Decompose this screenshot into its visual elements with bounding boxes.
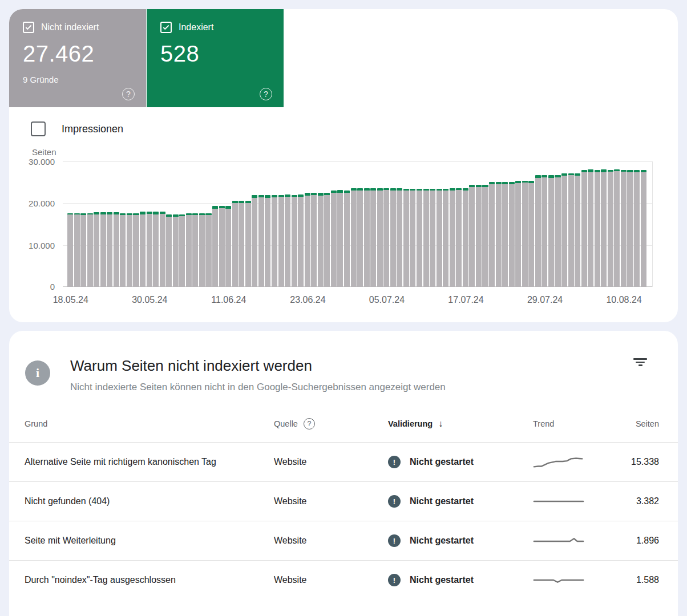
cell-quelle: Website <box>274 496 388 506</box>
chart-bar <box>469 185 475 287</box>
column-header-seiten[interactable]: Seiten <box>621 419 659 428</box>
chart-bar <box>383 188 389 287</box>
stat-label: Nicht indexiert <box>41 22 99 33</box>
cell-grund: Nicht gefunden (404) <box>25 482 274 521</box>
cell-validierung: !Nicht gestartet <box>388 495 524 508</box>
chart-bar <box>621 170 627 287</box>
cell-seiten-count: 1.588 <box>621 575 659 585</box>
chart-bar <box>390 188 396 287</box>
chart-bar <box>258 195 264 287</box>
chart-bar <box>147 212 152 287</box>
stat-value: 27.462 <box>23 41 132 67</box>
chart-bar <box>225 206 231 287</box>
chart-bar <box>120 213 126 287</box>
cell-trend-sparkline <box>524 572 621 588</box>
chart-bar <box>509 182 515 287</box>
chart-bar <box>364 188 370 287</box>
x-tick-label: 05.07.24 <box>369 295 405 305</box>
sparkline-icon <box>533 533 584 549</box>
cell-grund: Alternative Seite mit richtigem kanonisc… <box>25 443 274 481</box>
chart-bar <box>173 214 179 287</box>
table-row[interactable]: Durch "noindex"-Tag ausgeschlossenWebsit… <box>9 560 678 599</box>
sparkline-icon <box>533 572 584 588</box>
chart-bar <box>476 185 482 287</box>
stat-card-indexed[interactable]: Indexiert 528 ? <box>147 9 284 107</box>
x-tick-label: 11.06.24 <box>211 295 246 305</box>
column-header-grund[interactable]: Grund <box>25 419 274 428</box>
chart-bar <box>331 191 337 287</box>
chart-bar <box>528 181 534 287</box>
exclamation-badge-icon: ! <box>388 456 401 468</box>
chart-bar <box>140 212 146 287</box>
chart-bar <box>515 181 521 287</box>
help-icon[interactable]: ? <box>122 88 135 100</box>
chart-bar <box>219 206 225 287</box>
stat-card-not-indexed[interactable]: Nicht indexiert 27.462 9 Gründe ? <box>9 9 146 107</box>
chart-bar <box>522 181 528 287</box>
x-tick-label: 10.08.24 <box>606 295 641 305</box>
chart-bar <box>450 188 455 287</box>
chart-bar <box>595 170 600 287</box>
chart-bar <box>641 170 646 287</box>
chart-bar <box>614 169 620 287</box>
chart-bar <box>430 189 435 287</box>
chart-bar <box>192 213 198 287</box>
chart-bar <box>403 189 409 287</box>
cell-quelle: Website <box>274 457 388 467</box>
chart-bar <box>482 185 488 287</box>
chart-bar <box>555 175 560 287</box>
chart-bar <box>179 214 185 287</box>
chart-bar <box>285 194 290 287</box>
chart-bar <box>634 170 640 287</box>
filter-icon[interactable] <box>632 355 648 368</box>
exclamation-badge-icon: ! <box>388 534 401 547</box>
chart-bar <box>160 212 165 287</box>
chart-bar <box>337 190 343 287</box>
x-tick-label: 18.05.24 <box>53 295 88 305</box>
help-icon[interactable]: ? <box>260 88 272 100</box>
chart-bar <box>318 193 324 287</box>
chart-bar <box>232 201 238 287</box>
cell-grund: Seite mit Weiterleitung <box>25 521 274 560</box>
cell-seiten-count: 15.338 <box>621 457 659 467</box>
chart-bar <box>496 182 502 287</box>
chart-bar <box>80 213 86 287</box>
stacked-bars <box>67 161 646 287</box>
x-tick-label: 23.06.24 <box>290 295 325 305</box>
chart-bar <box>561 173 567 287</box>
sparkline-icon <box>533 493 584 509</box>
index-status-card: Nicht indexiert 27.462 9 Gründe ? Indexi… <box>9 9 678 322</box>
chart-bar <box>608 170 613 287</box>
y-tick-0: 0 <box>50 282 55 291</box>
info-icon: i <box>25 360 50 386</box>
chart-bar <box>370 188 376 287</box>
table-row[interactable]: Nicht gefunden (404)Website!Nicht gestar… <box>9 481 678 521</box>
x-tick-label: 17.07.24 <box>448 295 483 305</box>
impressions-checkbox[interactable] <box>31 121 46 136</box>
impressions-toggle-row: Impressionen <box>31 121 678 137</box>
chart-bar <box>456 188 462 287</box>
chart-bar <box>437 189 442 287</box>
y-tick-10000: 10.000 <box>29 241 55 250</box>
chart-bar <box>627 170 633 287</box>
table-row[interactable]: Alternative Seite mit richtigem kanonisc… <box>9 442 678 481</box>
y-axis-title: Seiten <box>32 147 678 157</box>
sparkline-icon <box>533 454 584 470</box>
x-tick-label: 29.07.24 <box>527 295 563 305</box>
cell-validierung: !Nicht gestartet <box>388 534 524 547</box>
pages-chart: Seiten 30.000 20.000 10.000 0 18.05.2430… <box>9 147 678 312</box>
help-icon[interactable]: ? <box>304 418 315 429</box>
chart-plot[interactable]: 30.000 20.000 10.000 0 <box>63 161 653 287</box>
checkbox-checked-icon[interactable] <box>23 22 34 33</box>
chart-bar <box>133 213 139 287</box>
exclamation-badge-icon: ! <box>388 574 401 586</box>
chart-bar <box>417 189 422 287</box>
table-row[interactable]: Seite mit WeiterleitungWebsite!Nicht ges… <box>9 521 678 560</box>
column-header-trend[interactable]: Trend <box>524 419 621 428</box>
column-header-validierung[interactable]: Validierung ↓ <box>388 419 524 429</box>
checkbox-checked-icon[interactable] <box>160 22 172 33</box>
stat-sub-reasons: 9 Gründe <box>23 75 132 84</box>
summary-stat-row: Nicht indexiert 27.462 9 Gründe ? Indexi… <box>9 9 678 107</box>
chart-bar <box>357 188 363 287</box>
column-header-quelle[interactable]: Quelle ? <box>274 418 388 429</box>
